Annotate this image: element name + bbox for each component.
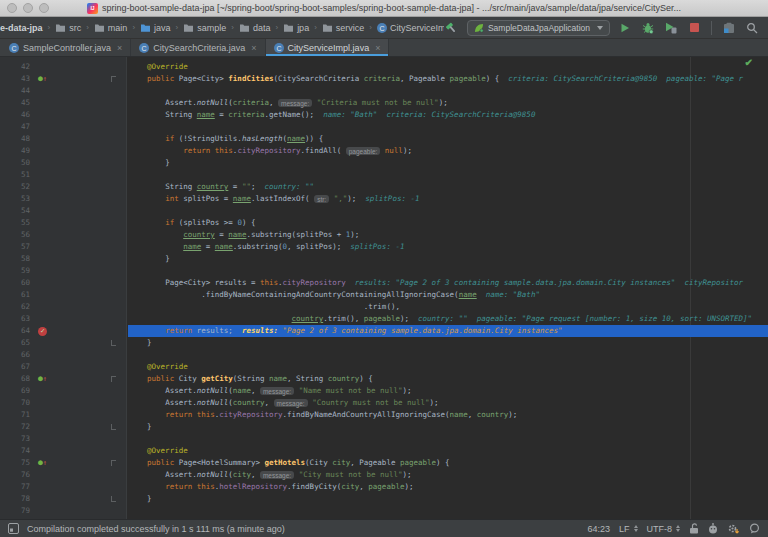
breadcrumb-separator-icon: › [275, 23, 278, 32]
line-number[interactable]: 78 [0, 493, 30, 505]
breadcrumb-label: data [253, 23, 271, 33]
close-tab-icon[interactable]: × [375, 43, 380, 53]
code-line-63: 63 country.trim(), pageable); country: "… [0, 313, 768, 325]
line-number[interactable]: 67 [0, 361, 30, 373]
run-icon[interactable] [617, 20, 633, 36]
breadcrumb-item-data[interactable]: data [239, 23, 271, 33]
breadcrumb-item-java[interactable]: java [140, 23, 171, 33]
breadcrumb-separator-icon: › [86, 23, 89, 32]
line-number[interactable]: 57 [0, 241, 30, 253]
line-number[interactable]: 59 [0, 265, 30, 277]
encoding-widget[interactable]: UTF-8 [647, 524, 681, 534]
run-configuration-select[interactable]: SampleDataJpaApplication [467, 20, 610, 36]
line-number[interactable]: 45 [0, 97, 30, 109]
breadcrumb-item-sample[interactable]: sample [183, 23, 226, 33]
close-tab-icon[interactable]: × [117, 43, 122, 53]
override-method-icon[interactable]: ●↑ [38, 373, 47, 385]
line-number[interactable]: 50 [0, 157, 30, 169]
line-number[interactable]: 70 [0, 397, 30, 409]
code-line-57: 57 name = name.substring(0, splitPos); s… [0, 241, 768, 253]
line-number[interactable]: 61 [0, 289, 30, 301]
build-hammer-icon[interactable] [444, 20, 460, 36]
debug-icon[interactable] [640, 20, 656, 36]
fold-marker-icon[interactable] [111, 496, 116, 502]
fold-marker-icon[interactable] [111, 376, 116, 382]
line-number[interactable]: 53 [0, 193, 30, 205]
code-editor[interactable]: ✔ 42 @Override43●↑ public Page<City> fin… [0, 57, 768, 519]
close-tab-icon[interactable]: × [251, 43, 256, 53]
line-number[interactable]: 74 [0, 445, 30, 457]
line-number[interactable]: 63 [0, 313, 30, 325]
code-text: .findByNameContainingAndCountryContainin… [129, 289, 540, 301]
minimize-window-icon[interactable] [23, 3, 33, 13]
zoom-window-icon[interactable] [39, 3, 49, 13]
line-number[interactable]: 72 [0, 421, 30, 433]
line-number[interactable]: 51 [0, 169, 30, 181]
line-number[interactable]: 49 [0, 145, 30, 157]
line-number[interactable]: 65 [0, 337, 30, 349]
line-number[interactable]: 79 [0, 505, 30, 517]
line-number[interactable]: 58 [0, 253, 30, 265]
line-number[interactable]: 71 [0, 409, 30, 421]
override-method-icon[interactable]: ●↑ [38, 73, 47, 85]
line-number[interactable]: 42 [0, 61, 30, 73]
breadcrumb-item-src[interactable]: src [55, 23, 81, 33]
svg-text:C: C [11, 44, 16, 51]
code-text: public Page<HotelSummary> getHotels(City… [129, 457, 450, 469]
hector-inspector-icon[interactable] [708, 523, 718, 534]
tab-samplecontroller-java[interactable]: CSampleController.java× [1, 39, 131, 56]
notification-bubble-icon[interactable] [749, 523, 760, 534]
breadcrumb-item-main[interactable]: main [94, 23, 128, 33]
fold-marker-icon[interactable] [111, 460, 116, 466]
unlock-icon[interactable] [689, 523, 699, 534]
fold-marker-icon[interactable] [111, 340, 116, 346]
line-number[interactable]: 48 [0, 133, 30, 145]
line-number[interactable]: 69 [0, 385, 30, 397]
line-number[interactable]: 56 [0, 229, 30, 241]
structure-icon[interactable] [721, 20, 737, 36]
caret-position-widget[interactable]: 64:23 [587, 524, 610, 534]
breadcrumb-item-service[interactable]: service [322, 23, 365, 33]
code-line-46: 46 String name = criteria.getName(); nam… [0, 109, 768, 121]
gear-update-icon[interactable] [727, 523, 740, 535]
code-line-60: 60 Page<City> results = this.cityReposit… [0, 277, 768, 289]
line-number[interactable]: 44 [0, 85, 30, 97]
breadcrumb-item-jpa[interactable]: jpa [283, 23, 309, 33]
line-ending-widget[interactable]: LF [619, 524, 638, 534]
line-number[interactable]: 77 [0, 481, 30, 493]
line-number[interactable]: 52 [0, 181, 30, 193]
line-number[interactable]: 62 [0, 301, 30, 313]
code-text: Assert.notNull(country, message: "Countr… [129, 397, 439, 409]
line-number[interactable]: 60 [0, 277, 30, 289]
line-number[interactable]: 46 [0, 109, 30, 121]
breadcrumb-item-e-data-jpa[interactable]: e-data-jpa [0, 23, 43, 33]
line-number[interactable]: 54 [0, 205, 30, 217]
close-window-icon[interactable] [7, 3, 17, 13]
stop-icon[interactable] [686, 20, 702, 36]
fold-marker-icon[interactable] [111, 76, 116, 82]
code-text: } [129, 493, 152, 505]
toolwindow-toggle-icon[interactable] [8, 523, 19, 534]
line-number[interactable]: 76 [0, 469, 30, 481]
breakpoint-icon[interactable]: ✓ [38, 327, 47, 336]
tab-label: CityServiceImpl.java [288, 43, 370, 53]
line-number[interactable]: 55 [0, 217, 30, 229]
line-number[interactable]: 75 [0, 457, 30, 469]
line-number[interactable]: 66 [0, 349, 30, 361]
line-number[interactable]: 68 [0, 373, 30, 385]
code-text: } [129, 421, 152, 433]
fold-marker-icon[interactable] [111, 424, 116, 430]
override-method-icon[interactable]: ●↑ [38, 457, 47, 469]
breadcrumb-item-cityserviceimpl[interactable]: CCityServiceImpl [377, 23, 444, 33]
search-icon[interactable] [744, 20, 760, 36]
breadcrumb-label: service [336, 23, 365, 33]
line-number[interactable]: 64 [0, 325, 30, 337]
line-number[interactable]: 47 [0, 121, 30, 133]
tab-cityserviceimpl-java[interactable]: CCityServiceImpl.java× [266, 39, 390, 56]
tab-citysearchcriteria-java[interactable]: CCitySearchCriteria.java× [131, 39, 265, 56]
coverage-icon[interactable] [663, 20, 679, 36]
line-number[interactable]: 73 [0, 433, 30, 445]
line-number[interactable]: 43 [0, 73, 30, 85]
tab-label: SampleController.java [23, 43, 111, 53]
source-folder-icon [140, 23, 151, 33]
